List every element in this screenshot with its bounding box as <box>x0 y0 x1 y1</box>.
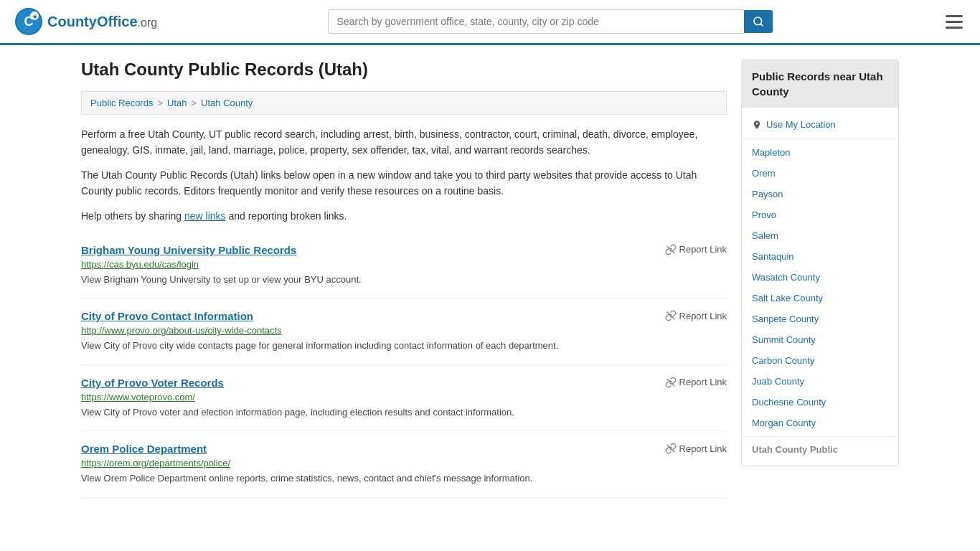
intro-paragraph-3: Help others by sharing new links and rep… <box>81 208 727 224</box>
record-title[interactable]: Brigham Young University Public Records <box>81 244 296 256</box>
record-description: View City of Provo voter and election in… <box>81 405 727 420</box>
svg-line-6 <box>666 312 674 320</box>
report-link-button[interactable]: Report Link <box>665 244 727 255</box>
search-button[interactable] <box>744 10 773 33</box>
logo-icon: C ★ <box>14 7 43 36</box>
svg-text:★: ★ <box>32 14 38 20</box>
search-area <box>328 9 773 34</box>
record-url[interactable]: https://cas.byu.edu/cas/login <box>81 259 727 270</box>
record-header: Brigham Young University Public Records … <box>81 244 727 256</box>
intro-paragraph-1: Perform a free Utah County, UT public re… <box>81 126 727 159</box>
sidebar-link-juab-county[interactable]: Juab County <box>742 371 898 392</box>
menu-button[interactable] <box>943 12 966 32</box>
logo-text: CountyOffice.org <box>47 14 157 30</box>
intro-paragraph-2: The Utah County Public Records (Utah) li… <box>81 167 727 199</box>
sidebar-link-payson[interactable]: Payson <box>742 184 898 204</box>
logo-area: C ★ CountyOffice.org <box>14 7 157 36</box>
sidebar-link-salt-lake-county[interactable]: Salt Lake County <box>742 288 898 309</box>
record-description: View Brigham Young University to set up … <box>81 273 727 287</box>
sidebar-link-provo[interactable]: Provo <box>742 204 898 225</box>
record-title[interactable]: Orem Police Department <box>81 443 207 455</box>
breadcrumb-sep: > <box>157 98 163 108</box>
sidebar: Public Records near Utah County Use My L… <box>741 60 899 498</box>
sidebar-divider <box>742 138 898 139</box>
records-list: Brigham Young University Public Records … <box>81 232 727 498</box>
header: C ★ CountyOffice.org <box>0 0 980 45</box>
record-header: City of Provo Voter Records Report Link <box>81 377 727 389</box>
sidebar-link-orem[interactable]: Orem <box>742 163 898 184</box>
unlink-icon <box>665 443 677 454</box>
sidebar-box: Public Records near Utah County Use My L… <box>741 60 899 466</box>
report-link-button[interactable]: Report Link <box>665 310 727 321</box>
sidebar-content: Use My Location MapletonOremPaysonProvoS… <box>742 108 898 466</box>
sidebar-link-santaquin[interactable]: Santaquin <box>742 246 898 267</box>
record-url[interactable]: http://www.provo.org/about-us/city-wide-… <box>81 325 727 336</box>
svg-line-7 <box>666 379 674 387</box>
menu-line <box>946 15 963 17</box>
main-container: Utah County Public Records (Utah) Public… <box>67 45 913 512</box>
sidebar-link-salem[interactable]: Salem <box>742 225 898 246</box>
breadcrumb-utah[interactable]: Utah <box>167 98 187 108</box>
unlink-icon <box>665 377 677 388</box>
location-pin-icon <box>752 120 762 130</box>
sidebar-link-duchesne-county[interactable]: Duchesne County <box>742 392 898 413</box>
record-item: City of Provo Voter Records Report Link … <box>81 365 727 432</box>
record-header: Orem Police Department Report Link <box>81 443 727 455</box>
sidebar-links-container: MapletonOremPaysonProvoSalemSantaquinWas… <box>742 142 898 460</box>
breadcrumb-public-records[interactable]: Public Records <box>90 98 153 108</box>
record-url[interactable]: https://www.voteprovo.com/ <box>81 392 727 402</box>
svg-line-8 <box>666 445 674 453</box>
sidebar-link-morgan-county[interactable]: Morgan County <box>742 413 898 433</box>
record-description: View Orem Police Department online repor… <box>81 471 727 486</box>
use-my-location-button[interactable]: Use My Location <box>742 113 898 136</box>
menu-line <box>946 21 963 23</box>
page-title: Utah County Public Records (Utah) <box>81 60 727 80</box>
sidebar-link-carbon-county[interactable]: Carbon County <box>742 350 898 371</box>
unlink-icon <box>665 244 677 255</box>
record-description: View City of Provo city wide contacts pa… <box>81 339 727 353</box>
breadcrumb-sep: > <box>192 98 197 108</box>
report-link-button[interactable]: Report Link <box>665 443 727 454</box>
sidebar-link-sanpete-county[interactable]: Sanpete County <box>742 309 898 329</box>
content-area: Utah County Public Records (Utah) Public… <box>81 60 727 498</box>
record-title[interactable]: City of Provo Voter Records <box>81 377 224 389</box>
unlink-icon <box>665 310 677 321</box>
new-links-link[interactable]: new links <box>184 210 226 222</box>
search-icon <box>753 16 764 27</box>
record-item: Orem Police Department Report Link https… <box>81 431 727 498</box>
report-link-button[interactable]: Report Link <box>665 377 727 388</box>
sidebar-link-utah-county-public[interactable]: Utah County Public <box>742 436 898 460</box>
search-input[interactable] <box>328 9 744 34</box>
record-item: City of Provo Contact Information Report… <box>81 298 727 365</box>
sidebar-link-summit-county[interactable]: Summit County <box>742 329 898 350</box>
sidebar-link-mapleton[interactable]: Mapleton <box>742 142 898 163</box>
record-header: City of Provo Contact Information Report… <box>81 310 727 322</box>
menu-line <box>946 27 963 29</box>
record-title[interactable]: City of Provo Contact Information <box>81 310 253 322</box>
breadcrumb: Public Records > Utah > Utah County <box>81 91 727 115</box>
record-item: Brigham Young University Public Records … <box>81 232 727 299</box>
sidebar-link-wasatch-county[interactable]: Wasatch County <box>742 267 898 288</box>
record-url[interactable]: https://orem.org/departments/police/ <box>81 458 727 468</box>
svg-line-5 <box>666 246 674 254</box>
sidebar-title: Public Records near Utah County <box>742 60 898 108</box>
breadcrumb-utah-county[interactable]: Utah County <box>201 98 253 108</box>
